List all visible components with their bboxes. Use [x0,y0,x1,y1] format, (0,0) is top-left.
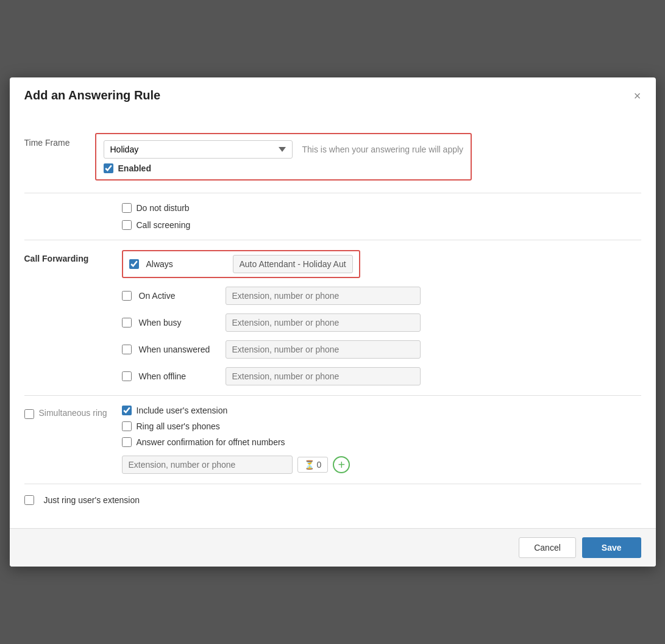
enabled-row: Enabled [104,163,464,173]
simultaneous-ring-section: Simultaneous ring Include user's extensi… [24,396,641,484]
on-active-checkbox[interactable] [122,291,132,301]
on-active-row: On Active [122,287,641,305]
simultaneous-ring-label: Simultaneous ring [39,408,107,418]
sim-ring-right: Include user's extension Ring all user's… [122,406,641,474]
do-not-disturb-label: Do not disturb [137,203,190,213]
dialog-header: Add an Answering Rule × [10,77,656,111]
always-checkbox[interactable] [129,259,139,269]
timeframe-description: This is when your answering rule will ap… [302,145,464,154]
when-offline-row: When offline [122,367,641,385]
on-active-label: On Active [139,291,218,301]
timeframe-select-row: Holiday Business Hours After Hours Alway… [104,140,464,159]
ring-all-phones-row: Ring all user's phones [122,421,641,431]
sim-ring-left: Simultaneous ring [24,406,122,474]
ring-count: 0 [317,460,322,470]
include-extension-checkbox[interactable] [122,406,132,415]
ring-all-phones-checkbox[interactable] [122,421,132,431]
on-active-input[interactable] [226,287,421,305]
just-ring-section: Just ring user's extension [24,484,641,516]
when-busy-checkbox[interactable] [122,318,132,327]
just-ring-label: Just ring user's extension [44,495,140,505]
enabled-label: Enabled [118,163,151,173]
options-section: Do not disturb Call screening [24,193,641,240]
add-ring-number-button[interactable]: + [333,456,350,473]
include-extension-label: Include user's extension [137,406,228,415]
when-unanswered-checkbox[interactable] [122,345,132,354]
call-forwarding-label: Call Forwarding [24,250,122,385]
timeframe-controls: Holiday Business Hours After Hours Alway… [95,133,472,181]
when-unanswered-row: When unanswered [122,340,641,359]
dialog-footer: Cancel Save [10,528,656,567]
cancel-button[interactable]: Cancel [519,537,576,558]
when-unanswered-label: When unanswered [139,345,218,354]
always-input[interactable] [233,255,353,273]
dialog-title: Add an Answering Rule [24,88,161,102]
do-not-disturb-checkbox[interactable] [122,203,132,213]
call-screening-checkbox[interactable] [122,220,132,230]
do-not-disturb-row: Do not disturb [122,203,641,213]
ring-count-badge: ⏳ 0 [297,457,329,473]
timeframe-label: Time Frame [24,133,85,148]
just-ring-checkbox[interactable] [24,495,34,505]
timeframe-section: Time Frame Holiday Business Hours After … [24,123,641,193]
save-button[interactable]: Save [582,537,641,558]
when-unanswered-input[interactable] [226,340,421,359]
when-offline-input[interactable] [226,367,421,385]
enabled-checkbox[interactable] [104,163,113,173]
always-label: Always [146,259,226,269]
always-box: Always [122,250,360,278]
call-screening-label: Call screening [137,220,191,230]
answer-confirmation-checkbox[interactable] [122,437,132,447]
clock-icon: ⏳ [304,460,315,470]
answer-confirmation-row: Answer confirmation for offnet numbers [122,437,641,447]
call-screening-row: Call screening [122,220,641,230]
timeframe-select[interactable]: Holiday Business Hours After Hours Alway… [104,140,293,159]
when-busy-row: When busy [122,313,641,332]
when-busy-input[interactable] [226,313,421,332]
add-answering-rule-dialog: Add an Answering Rule × Time Frame Holid… [10,77,656,567]
simultaneous-ring-checkbox[interactable] [24,409,34,419]
sim-ring-number-input[interactable] [122,456,293,474]
just-ring-inner: Just ring user's extension [24,495,140,505]
when-busy-label: When busy [139,318,218,327]
dialog-body: Time Frame Holiday Business Hours After … [10,111,656,528]
always-row: Always [122,250,641,278]
when-offline-checkbox[interactable] [122,371,132,381]
when-offline-label: When offline [139,371,218,381]
ring-all-phones-label: Ring all user's phones [137,421,220,431]
close-button[interactable]: × [634,90,641,102]
call-forwarding-section: Call Forwarding Always On Active [24,240,641,396]
forwarding-options: Always On Active When busy [122,250,641,385]
answer-confirmation-label: Answer confirmation for offnet numbers [137,437,285,447]
include-extension-row: Include user's extension [122,406,641,415]
sim-ring-input-row: ⏳ 0 + [122,456,641,474]
